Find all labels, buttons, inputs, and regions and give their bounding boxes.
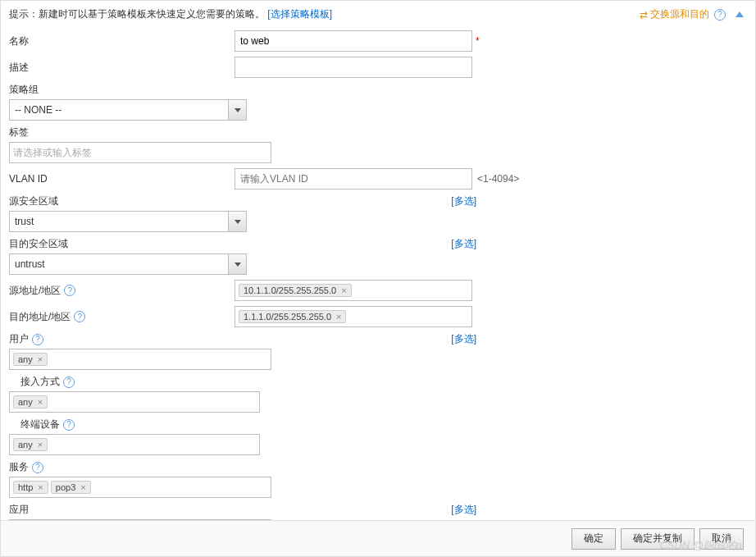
- dst-zone-select[interactable]: untrust: [9, 253, 247, 275]
- tag-remove-icon[interactable]: ×: [36, 440, 44, 450]
- collapse-icon[interactable]: [736, 11, 744, 17]
- chevron-down-icon: [235, 220, 241, 224]
- help-icon[interactable]: ?: [32, 334, 43, 345]
- vlan-range: <1-4094>: [477, 173, 519, 185]
- tags-text-input[interactable]: [13, 147, 267, 158]
- tag-item: 1.1.1.0/255.255.255.0×: [239, 310, 346, 323]
- access-label: 接入方式: [20, 375, 60, 389]
- tags-input[interactable]: [9, 142, 271, 163]
- dst-zone-label: 目的安全区域: [9, 237, 68, 251]
- dialog-container: 提示：新建时可以基于策略模板来快速定义您需要的策略。 [选择策略模板] ⇄ 交换…: [0, 0, 756, 557]
- tag-remove-icon[interactable]: ×: [36, 482, 44, 492]
- help-icon[interactable]: ?: [63, 419, 75, 431]
- app-label: 应用: [9, 503, 29, 517]
- tag-item: any×: [13, 353, 48, 366]
- src-zone-value: trust: [15, 216, 34, 227]
- tag-remove-icon[interactable]: ×: [335, 312, 343, 322]
- terminal-label: 终端设备: [20, 418, 60, 431]
- policy-group-value: -- NONE --: [15, 104, 61, 116]
- service-label: 服务: [9, 460, 29, 474]
- user-multi-link[interactable]: [多选]: [451, 332, 476, 349]
- tag-item: http×: [13, 481, 48, 494]
- user-input[interactable]: any×: [9, 349, 271, 370]
- tag-remove-icon[interactable]: ×: [36, 354, 44, 364]
- policy-group-label: 策略组: [9, 83, 39, 97]
-  help-icon[interactable]: ?: [32, 462, 43, 473]
- tags-label: 标签: [9, 126, 29, 139]
- required-marker: *: [476, 35, 480, 47]
- tip-text: 新建时可以基于策略模板来快速定义您需要的策略。: [39, 8, 265, 20]
- dst-zone-value: untrust: [15, 258, 45, 270]
- form-scroll-area[interactable]: 提示：新建时可以基于策略模板来快速定义您需要的策略。 [选择策略模板] ⇄ 交换…: [1, 1, 755, 521]
- chevron-down-icon: [235, 263, 241, 267]
- tip-row: 提示：新建时可以基于策略模板来快速定义您需要的策略。 [选择策略模板] ⇄ 交换…: [9, 7, 744, 28]
- cancel-button[interactable]: 取消: [699, 528, 744, 550]
- policy-group-select[interactable]: -- NONE --: [9, 99, 247, 121]
- tag-remove-icon[interactable]: ×: [36, 397, 44, 407]
- tag-item: any×: [13, 395, 48, 409]
- swap-icon: ⇄: [640, 9, 648, 21]
- dst-addr-label: 目的地址/地区: [9, 310, 71, 324]
- tag-item: 10.1.1.0/255.255.255.0×: [239, 284, 352, 297]
- desc-input[interactable]: [235, 57, 472, 78]
- app-multi-link[interactable]: [多选]: [451, 503, 476, 519]
- tip-prefix: 提示：: [9, 8, 39, 20]
- swap-label: 交换源和目的: [650, 7, 709, 21]
- help-icon[interactable]: ?: [74, 311, 85, 322]
- vlan-input[interactable]: [235, 168, 472, 189]
- tag-item: any×: [13, 438, 48, 451]
- dialog-footer: 确定 确定并复制 取消 CSDN @叫ns的n: [1, 520, 755, 556]
- dst-addr-input[interactable]: 1.1.1.0/255.255.255.0×: [235, 306, 472, 327]
- help-icon[interactable]: ?: [714, 9, 726, 21]
- chevron-down-icon: [235, 108, 241, 112]
- tag-item: pop3×: [51, 481, 91, 494]
- src-addr-label: 源地址/地区: [9, 284, 61, 298]
- service-input[interactable]: http× pop3×: [9, 477, 271, 498]
- src-addr-input[interactable]: 10.1.1.0/255.255.255.0×: [235, 280, 472, 301]
- dropdown-button[interactable]: [228, 254, 246, 274]
- ok-copy-button[interactable]: 确定并复制: [621, 528, 695, 550]
- src-zone-multi-link[interactable]: [多选]: [451, 194, 476, 211]
- help-icon[interactable]: ?: [64, 285, 75, 296]
- src-zone-label: 源安全区域: [9, 194, 58, 208]
- tag-remove-icon[interactable]: ×: [79, 482, 87, 492]
- ok-button[interactable]: 确定: [572, 528, 616, 550]
- desc-label: 描述: [9, 61, 29, 75]
- help-icon[interactable]: ?: [63, 377, 75, 388]
- user-label: 用户: [9, 332, 29, 346]
- name-input[interactable]: [235, 30, 472, 52]
- tag-remove-icon[interactable]: ×: [339, 285, 348, 295]
- swap-src-dst-link[interactable]: ⇄ 交换源和目的: [640, 7, 709, 21]
- dst-zone-multi-link[interactable]: [多选]: [451, 237, 476, 253]
- terminal-input[interactable]: any×: [9, 434, 260, 455]
- src-zone-select[interactable]: trust: [9, 211, 247, 232]
- dropdown-button[interactable]: [228, 100, 246, 120]
- access-input[interactable]: any×: [9, 391, 260, 413]
- select-template-link[interactable]: [选择策略模板]: [267, 8, 332, 20]
- name-label: 名称: [9, 34, 29, 48]
- vlan-label: VLAN ID: [9, 173, 48, 185]
- dropdown-button[interactable]: [228, 212, 246, 231]
